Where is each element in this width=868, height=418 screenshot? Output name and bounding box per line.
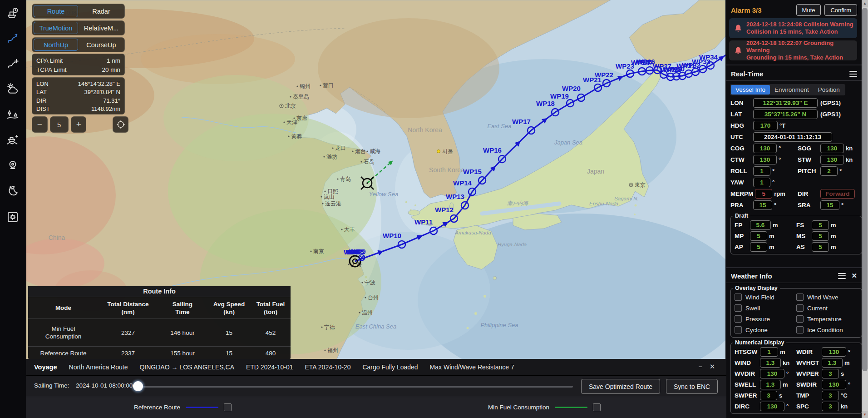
field-value: 5 [750, 242, 767, 252]
island-jeju [408, 210, 420, 215]
sailing-time-slider-thumb[interactable] [133, 381, 143, 391]
navigation-marks-icon[interactable] [6, 108, 20, 121]
data-cell: SPC3kn [796, 402, 858, 411]
field-label: LON [730, 100, 751, 106]
data-cell: CTW130° [730, 155, 798, 164]
route-info-cell: Min FuelConsumption [28, 323, 99, 342]
field-label: MERPM [730, 190, 753, 197]
toggle-option-route[interactable]: Route [34, 5, 78, 17]
svg-text:烟台: 烟台 [355, 148, 366, 154]
checkbox-pressure[interactable] [735, 315, 742, 323]
sailing-time-value: 2024-10-01 08:00:00 [76, 382, 133, 389]
tab-position[interactable]: Position [814, 85, 844, 95]
legend-checkbox[interactable] [224, 403, 232, 411]
mute-button[interactable]: Mute [796, 4, 821, 16]
waypoint-label-WP15: WP15 [463, 168, 482, 175]
checkbox-wind-wave[interactable] [796, 294, 804, 301]
toggle-option-radar[interactable]: Radar [78, 8, 124, 15]
checkbox-swell[interactable] [735, 304, 742, 312]
weather-icon[interactable] [6, 82, 20, 96]
alarm-text: 2024-12-18 13:24:08 Collision WarningCol… [746, 21, 853, 35]
data-cell: SWDIR130° [796, 380, 858, 389]
field-label: FP [735, 222, 748, 229]
limit-value: 1 nm [107, 57, 120, 64]
legend-label: Min Fuel Consumption [488, 404, 549, 411]
checkbox-wind-field[interactable] [735, 294, 742, 301]
checkbox-temperature[interactable] [796, 315, 804, 323]
svg-text:서울: 서울 [442, 148, 453, 154]
toggle-option-truemotion[interactable]: TrueMotion [34, 22, 78, 34]
toggle-option-relativem[interactable]: RelativeM... [78, 25, 124, 32]
system-settings-icon[interactable] [6, 210, 20, 224]
save-optimized-route-button[interactable]: Save Optimized Route [581, 379, 660, 394]
svg-text:京唐: 京唐 [296, 115, 307, 121]
data-cell: DIRForward [798, 189, 865, 199]
checkbox-label: Cyclone [745, 327, 768, 333]
night-mode-icon[interactable] [6, 184, 20, 198]
route-info-row[interactable]: Reference Route2337155 hour15480 [28, 346, 291, 360]
map-label-country: China [49, 234, 65, 241]
zoom-in-button[interactable]: + [71, 116, 87, 133]
close-icon[interactable]: ✕ [708, 363, 716, 371]
svg-text:Philippine Sea: Philippine Sea [480, 322, 518, 328]
scrollbar-thumb[interactable] [862, 8, 868, 371]
route-monitor-icon[interactable] [6, 31, 20, 45]
legend-line [186, 407, 218, 408]
alarm-item[interactable]: 2024-12-18 13:24:08 Collision WarningCol… [729, 18, 857, 38]
field-value: 3 [822, 369, 839, 378]
field-value: Forward [820, 189, 855, 199]
field-value: 5 [812, 231, 829, 241]
field-value: 130 [753, 155, 777, 164]
scroll-down-arrow[interactable]: ▼ [862, 411, 868, 418]
data-row: HTSGW1mWDIR130° [733, 346, 860, 357]
menu-icon[interactable] [849, 71, 857, 77]
route-info-column-header: Total Fuel(ton) [251, 299, 291, 318]
data-row: MP5mMS5m [733, 230, 860, 241]
field-label: STW [798, 156, 819, 163]
left-toolbar [0, 0, 26, 418]
checkbox-current[interactable] [796, 304, 804, 312]
menu-icon[interactable] [838, 273, 846, 279]
page-scrollbar[interactable]: ▲ ▼ [862, 0, 868, 418]
minimize-icon[interactable]: − [696, 363, 705, 370]
field-unit: °T [779, 122, 785, 129]
route-info-row[interactable]: Min FuelConsumption2327146 hour15452 [28, 318, 291, 346]
toggle-option-northup[interactable]: NorthUp [34, 39, 78, 51]
field-unit: ° [848, 381, 850, 388]
checkbox-ice-condition[interactable] [796, 326, 804, 333]
surveillance-icon[interactable] [6, 159, 20, 172]
route-info-cell: 452 [251, 327, 291, 338]
voyage-item: Cargo Fully Loaded [362, 363, 418, 371]
confirm-button[interactable]: Confirm [824, 4, 857, 16]
svg-text:威海: 威海 [370, 148, 380, 154]
tab-vessel-info[interactable]: Vessel Info [731, 85, 770, 95]
alarm-item[interactable]: 2024-12-18 10:22:07 Grounding WarningGro… [729, 40, 857, 60]
field-unit: m [780, 348, 785, 355]
route-info-column-header: Mode [28, 302, 99, 314]
sailing-time-slider-track[interactable] [136, 386, 573, 388]
checkbox-cyclone[interactable] [735, 326, 742, 333]
vessel-schedule-icon[interactable] [6, 6, 20, 20]
scroll-up-arrow[interactable]: ▲ [862, 0, 868, 7]
data-cell: TMP3°C [796, 391, 858, 400]
route-info-cell: 15 [207, 327, 251, 338]
center-on-vessel-button[interactable] [113, 116, 128, 133]
field-label: CTW [730, 156, 751, 163]
zoom-out-button[interactable]: − [32, 116, 48, 133]
toggle-option-courseup[interactable]: CourseUp [78, 41, 124, 49]
data-cell: HDG170°T [730, 121, 858, 130]
svg-text:营口: 营口 [323, 82, 334, 89]
field-label: WIND [735, 359, 758, 366]
toggle-row-truemotion: TrueMotionRelativeM... [32, 20, 125, 35]
sync-to-enc-button[interactable]: Sync to ENC [666, 379, 718, 394]
field-label: AP [735, 244, 748, 250]
sailing-time-label: Sailing Time: [34, 382, 69, 389]
route-plan-icon[interactable] [6, 57, 20, 70]
close-weather-icon[interactable]: ✕ [851, 272, 857, 280]
data-cell: WIND1.3kn [735, 358, 796, 368]
field-unit: m [831, 244, 836, 250]
overlay-row: PressureTemperature [733, 314, 860, 324]
legend-checkbox[interactable] [593, 403, 601, 411]
tab-environment[interactable]: Environment [770, 85, 814, 95]
grounding-icon[interactable] [6, 133, 20, 147]
